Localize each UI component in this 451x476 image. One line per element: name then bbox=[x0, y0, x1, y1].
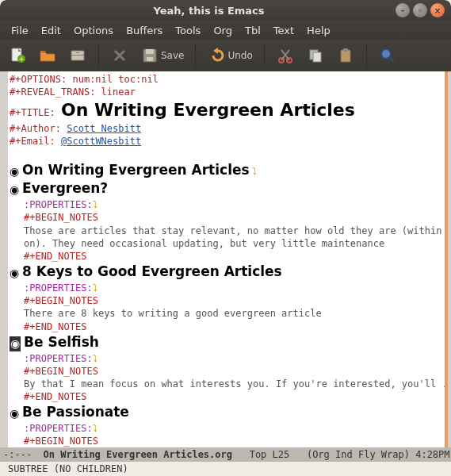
svg-rect-5 bbox=[71, 55, 84, 56]
paste-button[interactable] bbox=[334, 44, 357, 67]
new-file-button[interactable]: + bbox=[6, 44, 29, 67]
left-fringe bbox=[0, 71, 8, 447]
menu-bar: File Edit Options Buffers Tools Org Tbl … bbox=[0, 21, 451, 40]
menu-edit[interactable]: Edit bbox=[36, 23, 66, 38]
heading-selfish: ◉ Be Selfish bbox=[10, 333, 445, 352]
svg-rect-8 bbox=[146, 49, 154, 54]
modeline-status: -:--- bbox=[3, 449, 44, 460]
paste-icon bbox=[336, 46, 355, 65]
heading-8keys: ◉ 8 Keys to Good Evergreen Articles bbox=[10, 263, 445, 282]
evergreen-body-1: Those are articles that stay relevant, n… bbox=[10, 225, 445, 237]
scissors-icon bbox=[276, 46, 295, 65]
evergreen-body-2: on). They need occasional updating, but … bbox=[10, 237, 445, 250]
begin-notes-passionate: #+BEGIN_NOTES bbox=[10, 435, 445, 447]
window-title: Yeah, this is Emacs bbox=[22, 5, 396, 17]
maximize-button[interactable]: ◦ bbox=[413, 3, 427, 17]
svg-marker-10 bbox=[213, 48, 218, 54]
menu-text[interactable]: Text bbox=[269, 23, 299, 38]
new-file-icon: + bbox=[8, 46, 27, 65]
svg-rect-6 bbox=[76, 52, 79, 53]
author-line: #+Author: Scott Nesbitt bbox=[10, 122, 445, 135]
heading-evergreen: ◉ Evergreen? bbox=[10, 179, 445, 198]
minibuffer-text: SUBTREE (NO CHILDREN) bbox=[8, 463, 128, 474]
minibuffer[interactable]: SUBTREE (NO CHILDREN) bbox=[0, 462, 451, 476]
menu-file[interactable]: File bbox=[6, 23, 33, 38]
prop-8keys: :PROPERTIES:⤵ bbox=[10, 282, 445, 294]
save-button[interactable]: Save bbox=[139, 44, 185, 67]
selfish-body: By that I mean focus on what interests y… bbox=[10, 378, 445, 390]
title-line: #+TITLE: On Writing Evergreen Articles bbox=[10, 98, 445, 122]
cut-button[interactable] bbox=[274, 44, 296, 67]
menu-options[interactable]: Options bbox=[69, 23, 118, 38]
save-label: Save bbox=[161, 50, 184, 61]
undo-icon bbox=[207, 46, 226, 65]
minimize-button[interactable]: – bbox=[396, 3, 410, 17]
folder-open-icon bbox=[38, 46, 57, 65]
drawer-icon bbox=[68, 46, 87, 65]
prop-selfish: :PROPERTIES:⤵ bbox=[10, 352, 445, 365]
tool-bar: + Save Undo bbox=[0, 40, 451, 71]
svg-rect-9 bbox=[147, 57, 153, 61]
begin-notes-evergreen: #+BEGIN_NOTES bbox=[10, 211, 445, 224]
menu-buffers[interactable]: Buffers bbox=[121, 23, 167, 38]
search-icon bbox=[378, 46, 397, 65]
begin-notes-8keys: #+BEGIN_NOTES bbox=[10, 294, 445, 307]
modeline-buffer: On Writing Evergreen Articles.org bbox=[44, 449, 232, 460]
menu-tbl[interactable]: Tbl bbox=[240, 23, 266, 38]
editor-area[interactable]: #+OPTIONS: num:nil toc:nil #+REVEAL_TRAN… bbox=[0, 71, 451, 447]
modeline-modes: (Org Ind Fly Wrap) bbox=[307, 449, 410, 460]
save-icon bbox=[140, 46, 159, 65]
open-recent-button[interactable] bbox=[67, 44, 89, 67]
begin-notes-selfish: #+BEGIN_NOTES bbox=[10, 365, 445, 378]
end-notes-8keys: #+END_NOTES bbox=[10, 321, 445, 333]
svg-rect-15 bbox=[341, 50, 350, 62]
svg-rect-14 bbox=[313, 52, 321, 62]
prop-passionate: :PROPERTIES:⤵ bbox=[10, 422, 445, 435]
svg-point-17 bbox=[381, 49, 391, 59]
email-line: #+Email: @ScottWNesbitt bbox=[10, 135, 445, 148]
end-notes-selfish: #+END_NOTES bbox=[10, 390, 445, 403]
buffer-content[interactable]: #+OPTIONS: num:nil toc:nil #+REVEAL_TRAN… bbox=[8, 71, 445, 447]
modeline-time: 4:28PM 3.5 bbox=[410, 449, 451, 460]
reveal-trans-line: #+REVEAL_TRANS: linear bbox=[10, 86, 445, 98]
search-button[interactable] bbox=[376, 44, 399, 67]
undo-button[interactable]: Undo bbox=[205, 44, 254, 67]
end-notes-evergreen: #+END_NOTES bbox=[10, 250, 445, 263]
close-file-button[interactable] bbox=[109, 44, 131, 67]
prop-evergreen: :PROPERTIES:⤵ bbox=[10, 198, 445, 211]
svg-rect-16 bbox=[343, 48, 348, 52]
title-bar: Yeah, this is Emacs – ◦ × bbox=[0, 0, 451, 21]
svg-line-18 bbox=[390, 58, 394, 62]
heading-main: ◉ On Writing Evergreen Articles ⤵ bbox=[10, 161, 445, 180]
svg-text:+: + bbox=[19, 56, 25, 63]
keys-body: There are 8 keys to writing a good everg… bbox=[10, 307, 445, 320]
heading-passionate: ◉ Be Passionate bbox=[10, 403, 445, 422]
copy-button[interactable] bbox=[304, 44, 327, 67]
modeline-position: Top L25 bbox=[232, 449, 307, 460]
open-file-button[interactable] bbox=[36, 44, 59, 67]
blank-line bbox=[10, 148, 445, 160]
window-controls: – ◦ × bbox=[396, 3, 445, 17]
options-line: #+OPTIONS: num:nil toc:nil bbox=[10, 73, 445, 86]
right-fringe bbox=[448, 71, 451, 447]
copy-icon bbox=[306, 46, 325, 65]
menu-tools[interactable]: Tools bbox=[170, 23, 205, 38]
menu-org[interactable]: Org bbox=[208, 23, 237, 38]
close-button[interactable]: × bbox=[430, 3, 445, 17]
undo-label: Undo bbox=[227, 50, 252, 61]
x-icon bbox=[110, 46, 129, 65]
mode-line[interactable]: -:--- On Writing Evergreen Articles.org … bbox=[0, 447, 451, 462]
menu-help[interactable]: Help bbox=[302, 23, 335, 38]
